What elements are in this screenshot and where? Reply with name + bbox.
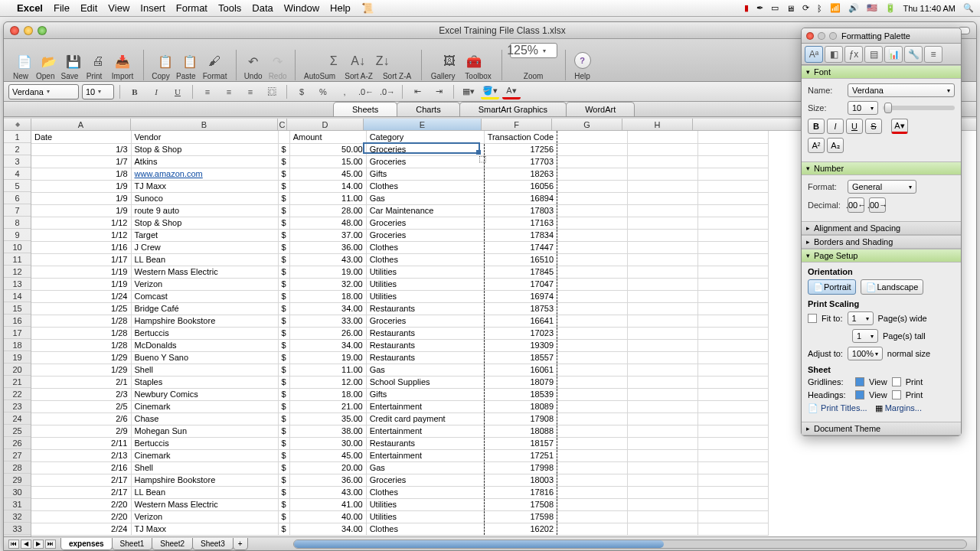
undo-icon[interactable]: ↶ — [244, 52, 263, 70]
toolbox-icon[interactable]: 🧰 — [465, 52, 483, 70]
recording-icon[interactable]: ▮ — [744, 3, 749, 13]
increase-decimal-button[interactable]: .0← — [357, 84, 375, 99]
row-header-19[interactable]: 19 — [4, 351, 31, 364]
section-borders[interactable]: Borders and Shading — [802, 235, 961, 249]
sort-za-icon[interactable]: Z↓ — [374, 52, 392, 70]
add-sheet-button[interactable]: + — [233, 538, 248, 550]
italic-button[interactable]: I — [147, 84, 165, 99]
row-header-33[interactable]: 33 — [4, 523, 31, 535]
row-header-25[interactable]: 25 — [4, 425, 31, 437]
row-header-9[interactable]: 9 — [4, 229, 31, 241]
row-header-1[interactable]: 1 — [4, 131, 31, 143]
sort-az-icon[interactable]: A↓ — [349, 52, 368, 70]
app-menu[interactable]: Excel — [17, 2, 43, 14]
row-header-20[interactable]: 20 — [4, 364, 31, 376]
palette-super[interactable]: A² — [808, 138, 825, 153]
zoom-button[interactable] — [38, 26, 47, 35]
section-alignment[interactable]: Alignment and Spacing — [802, 221, 961, 235]
palette-font-size[interactable]: 10▾ — [848, 101, 878, 115]
menu-data[interactable]: Data — [252, 2, 273, 14]
palette-close[interactable] — [806, 32, 814, 40]
merge-button[interactable]: ⿴ — [263, 84, 281, 99]
row-header-16[interactable]: 16 — [4, 315, 31, 327]
monitor-icon[interactable]: 🖥 — [786, 4, 795, 13]
decrease-decimal-button[interactable]: .0→ — [378, 84, 397, 99]
landscape-button[interactable]: 📄 Landscape — [861, 279, 923, 295]
tab-wordart[interactable]: WordArt — [566, 102, 635, 116]
portrait-button[interactable]: 📄 Portrait — [808, 279, 856, 295]
row-header-31[interactable]: 31 — [4, 498, 31, 510]
wifi-icon[interactable]: 📶 — [830, 3, 841, 13]
row-header-14[interactable]: 14 — [4, 290, 31, 302]
sheet-tab-sheet2[interactable]: Sheet2 — [152, 538, 193, 550]
autosum-icon[interactable]: Σ — [325, 52, 343, 70]
mode-chart-icon[interactable]: 📊 — [884, 46, 903, 63]
row-header-17[interactable]: 17 — [4, 327, 31, 339]
row-header-30[interactable]: 30 — [4, 486, 31, 498]
row-header-10[interactable]: 10 — [4, 241, 31, 253]
align-right-button[interactable]: ≡ — [241, 84, 260, 99]
format-painter-icon[interactable]: 🖌 — [205, 52, 224, 70]
row-header-4[interactable]: 4 — [4, 168, 31, 180]
palette-sub[interactable]: A₂ — [827, 138, 844, 153]
palette-underline[interactable]: U — [846, 119, 863, 134]
palette-titlebar[interactable]: Formatting Palette — [802, 28, 961, 44]
align-center-button[interactable]: ≡ — [220, 84, 238, 99]
open-icon[interactable]: 📂 — [40, 52, 58, 70]
close-button[interactable] — [10, 26, 19, 35]
percent-button[interactable]: % — [314, 84, 332, 99]
tab-sheets[interactable]: Sheets — [333, 102, 397, 116]
sheet-tab-sheet3[interactable]: Sheet3 — [192, 538, 234, 550]
menu-edit[interactable]: Edit — [80, 2, 97, 14]
menu-help[interactable]: Help — [330, 2, 351, 14]
mode-data-icon[interactable]: ▤ — [864, 46, 883, 63]
menu-format[interactable]: Format — [176, 2, 207, 14]
row-header-8[interactable]: 8 — [4, 217, 31, 229]
palette-italic[interactable]: I — [827, 119, 844, 134]
tab-nav-next[interactable]: ▶ — [33, 540, 44, 549]
font-name-combo[interactable]: Verdana▾ — [8, 84, 79, 99]
palette-font-name[interactable]: Verdana▾ — [848, 83, 955, 97]
row-header-11[interactable]: 11 — [4, 253, 31, 266]
col-header-H[interactable]: H — [622, 119, 693, 130]
adjust-stepper[interactable]: 100%▾ — [848, 347, 883, 360]
spotlight-icon[interactable]: 🔍 — [963, 3, 974, 13]
section-number[interactable]: Number — [802, 161, 961, 175]
row-header-23[interactable]: 23 — [4, 400, 31, 412]
script-menu-icon[interactable]: 📜 — [361, 2, 374, 14]
row-header-26[interactable]: 26 — [4, 437, 31, 449]
save-icon[interactable]: 💾 — [64, 52, 83, 70]
mode-formula-icon[interactable]: ƒx — [844, 46, 863, 63]
borders-button[interactable]: ▦▾ — [459, 84, 478, 99]
gridlines-print-check[interactable] — [892, 377, 901, 386]
palette-zoom[interactable] — [829, 32, 837, 40]
row-header-21[interactable]: 21 — [4, 376, 31, 388]
col-header-C[interactable]: C — [278, 119, 287, 130]
row-header-22[interactable]: 22 — [4, 388, 31, 400]
row-header-5[interactable]: 5 — [4, 180, 31, 192]
select-all-corner[interactable] — [4, 119, 31, 131]
tab-charts[interactable]: Charts — [397, 102, 459, 116]
fit-width-stepper[interactable]: 1▾ — [848, 311, 874, 325]
minimize-button[interactable] — [24, 26, 33, 35]
col-header-G[interactable]: G — [552, 119, 622, 130]
fill-color-button[interactable]: 🪣▾ — [481, 84, 499, 99]
row-header-28[interactable]: 28 — [4, 461, 31, 474]
section-page-setup[interactable]: Page Setup — [802, 249, 961, 262]
gallery-icon[interactable]: 🖼 — [440, 52, 459, 70]
align-left-button[interactable]: ≡ — [198, 84, 217, 99]
menu-view[interactable]: View — [108, 2, 129, 14]
row-header-6[interactable]: 6 — [4, 192, 31, 204]
palette-font-color[interactable]: A▾ — [891, 119, 908, 134]
section-font[interactable]: Font — [802, 65, 961, 79]
decrease-indent-button[interactable]: ⇤ — [408, 84, 426, 99]
h-scrollbar[interactable] — [293, 540, 967, 549]
row-header-29[interactable]: 29 — [4, 474, 31, 486]
mode-compat-icon[interactable]: ≡ — [924, 46, 942, 63]
flag-icon[interactable]: 🇺🇸 — [867, 3, 877, 13]
col-header-E[interactable]: E — [364, 119, 482, 130]
row-header-32[interactable]: 32 — [4, 510, 31, 523]
copy-icon[interactable]: 📋 — [156, 52, 175, 70]
timemachine-icon[interactable]: ⟳ — [802, 3, 809, 13]
font-size-slider[interactable] — [883, 106, 955, 110]
